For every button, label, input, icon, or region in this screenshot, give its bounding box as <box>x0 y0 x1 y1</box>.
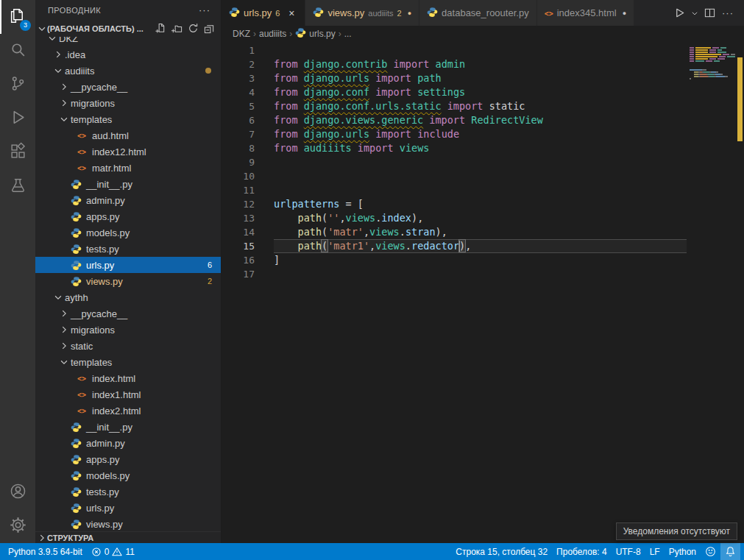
tree-item-migrations[interactable]: migrations <box>35 95 221 111</box>
workspace-section-header[interactable]: (РАБОЧАЯ ОБЛАСТЬ) ... <box>35 20 221 37</box>
new-folder-icon[interactable] <box>170 21 184 35</box>
tree-item-audiiits[interactable]: audiiits <box>35 63 221 79</box>
status-language-mode[interactable]: Python <box>665 543 701 560</box>
tree-item-index.html[interactable]: <>index.html <box>35 370 221 386</box>
code-line-17[interactable]: 17 <box>222 267 687 281</box>
tree-item-urls.py[interactable]: urls.py <box>35 500 221 516</box>
minimap[interactable] <box>690 45 735 82</box>
status-indentation[interactable]: Пробелов: 4 <box>552 543 612 560</box>
activity-item-explorer[interactable]: 3 <box>0 0 35 34</box>
breadcrumb-item-DKZ[interactable]: DKZ <box>233 29 250 39</box>
tree-item-index2.html[interactable]: <>index2.html <box>35 403 221 419</box>
refresh-icon[interactable] <box>186 21 200 35</box>
code-line-16[interactable]: 16] <box>222 253 687 267</box>
breadcrumb-item-urls.py[interactable]: urls.py <box>295 27 335 40</box>
code-line-7[interactable]: 7from django.urls import include <box>222 127 687 141</box>
code-line-12[interactable]: 12urlpatterns = [ <box>222 197 687 211</box>
tree-item-__init__.py[interactable]: __init__.py <box>35 419 221 435</box>
code-line-6[interactable]: 6from django.views.generic import Redire… <box>222 113 687 127</box>
tree-item-apps.py[interactable]: apps.py <box>35 208 221 224</box>
tab-views.py[interactable]: views.pyaudiiits2● <box>305 0 419 26</box>
tab-database_roouter.py[interactable]: database_roouter.py <box>419 0 537 26</box>
status-eol[interactable]: LF <box>645 543 665 560</box>
editor-more-actions-icon[interactable]: ··· <box>719 7 737 18</box>
activity-item-search[interactable] <box>0 34 35 68</box>
code-line-4[interactable]: 4from django.conf import settings <box>222 85 687 99</box>
status-feedback[interactable] <box>701 543 720 560</box>
code-line-1[interactable]: 1 <box>222 43 687 57</box>
tree-item-matr.html[interactable]: <>matr.html <box>35 160 221 176</box>
code-line-5[interactable]: 5from django.conf.urls.static import sta… <box>222 99 687 113</box>
activity-item-run-and-debug[interactable] <box>0 102 35 135</box>
activity-item-extensions[interactable] <box>0 135 35 169</box>
code-editor[interactable]: 12from django.contrib import admin3from … <box>222 42 744 543</box>
dirty-indicator-icon[interactable]: ● <box>623 10 626 17</box>
activity-item-testing[interactable] <box>0 169 35 203</box>
code-line-14[interactable]: 14 path('matr',views.stran), <box>222 225 687 239</box>
code-line-8[interactable]: 8from audiiits import views <box>222 141 687 155</box>
run-dropdown-icon[interactable] <box>689 5 701 21</box>
tab-label: views.py <box>327 7 364 18</box>
new-file-icon[interactable] <box>154 21 168 35</box>
tree-item-aythh[interactable]: aythh <box>35 289 221 305</box>
tab-urls.py[interactable]: urls.py6× <box>222 0 305 26</box>
tree-item-models.py[interactable]: models.py <box>35 224 221 241</box>
tree-item-urls.py[interactable]: urls.py6 <box>35 257 221 273</box>
status-cursor-position[interactable]: Строка 15, столбец 32 <box>451 543 552 560</box>
close-icon[interactable]: × <box>286 7 297 19</box>
tree-item-static[interactable]: static <box>35 338 221 354</box>
split-editor-icon[interactable] <box>702 5 718 21</box>
code-line-10[interactable]: 10 <box>222 169 687 183</box>
breadcrumb-item-...[interactable]: ... <box>344 29 352 39</box>
breadcrumb-label: ... <box>344 29 352 39</box>
activity-item-source-control[interactable] <box>0 68 35 102</box>
tree-item-views.py[interactable]: views.py <box>35 516 221 531</box>
breadcrumb-label: DKZ <box>233 29 250 39</box>
tab-index345.html[interactable]: <>index345.html● <box>537 0 634 26</box>
tree-item-__init__.py[interactable]: __init__.py <box>35 176 221 192</box>
tree-item-.idea[interactable]: .idea <box>35 46 221 63</box>
tree-item-admin.py[interactable]: admin.py <box>35 192 221 208</box>
line-number: 7 <box>222 127 255 141</box>
activity-item-account[interactable] <box>0 475 35 509</box>
tree-item-index1.html[interactable]: <>index1.html <box>35 386 221 403</box>
outline-section-header[interactable]: СТРУКТУРА <box>35 531 221 543</box>
tree-item-views.py[interactable]: views.py2 <box>35 273 221 289</box>
tree-item-templates[interactable]: templates <box>35 354 221 370</box>
status-notifications[interactable] <box>720 543 740 560</box>
run-icon[interactable] <box>672 5 687 21</box>
tree-item-DKZ[interactable]: DKZ <box>35 37 221 46</box>
code-line-9[interactable]: 9 <box>222 155 687 169</box>
tree-item-index12.html[interactable]: <>index12.html <box>35 143 221 160</box>
chevron-right-icon <box>59 98 69 108</box>
status-encoding[interactable]: UTF-8 <box>612 543 645 560</box>
tree-item-migrations[interactable]: migrations <box>35 322 221 338</box>
tree-item-tests.py[interactable]: tests.py <box>35 241 221 257</box>
code-line-3[interactable]: 3from django.urls import path <box>222 71 687 85</box>
code-line-15[interactable]: 15 path('matr1',views.redactor), <box>222 239 687 253</box>
tree-item-aud.html[interactable]: <>aud.html <box>35 127 221 143</box>
html-icon: <> <box>75 375 88 383</box>
code-line-11[interactable]: 11 <box>222 183 687 197</box>
tree-item-models.py[interactable]: models.py <box>35 467 221 483</box>
collapse-all-icon[interactable] <box>202 21 216 35</box>
line-content <box>274 43 687 57</box>
warning-mark <box>737 113 743 127</box>
status-label: Python 3.9.5 64-bit <box>8 547 82 557</box>
tree-item-templates[interactable]: templates <box>35 111 221 127</box>
tree-item-__pycache__[interactable]: __pycache__ <box>35 79 221 95</box>
tree-item-admin.py[interactable]: admin.py <box>35 435 221 451</box>
chevron-right-icon <box>59 325 69 335</box>
code-line-2[interactable]: 2from django.contrib import admin <box>222 57 687 71</box>
breadcrumb-item-audiiits[interactable]: audiiits <box>259 29 286 39</box>
status-problems[interactable]: 011 <box>87 543 139 560</box>
dirty-indicator-icon[interactable]: ● <box>408 10 411 17</box>
status-interpreter[interactable]: Python 3.9.5 64-bit <box>4 543 87 560</box>
line-content: ] <box>274 253 687 267</box>
activity-item-manage[interactable] <box>0 509 35 543</box>
tree-item-__pycache__[interactable]: __pycache__ <box>35 305 221 322</box>
more-actions-icon[interactable]: ··· <box>199 4 210 15</box>
tree-item-apps.py[interactable]: apps.py <box>35 451 221 467</box>
code-line-13[interactable]: 13 path('',views.index), <box>222 211 687 225</box>
tree-item-tests.py[interactable]: tests.py <box>35 483 221 500</box>
